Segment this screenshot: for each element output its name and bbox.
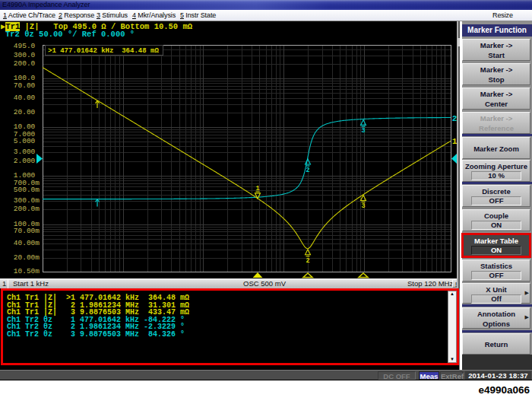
svg-text:>1 477.01642 kHz 364.48 mΩ: >1 477.01642 kHz 364.48 mΩ	[48, 47, 159, 55]
svg-text:1: 1	[255, 185, 259, 193]
svg-text:3: 3	[361, 127, 365, 135]
svg-text:2: 2	[306, 257, 309, 265]
svg-text:2: 2	[306, 167, 309, 174]
svg-text:3: 3	[361, 202, 365, 210]
